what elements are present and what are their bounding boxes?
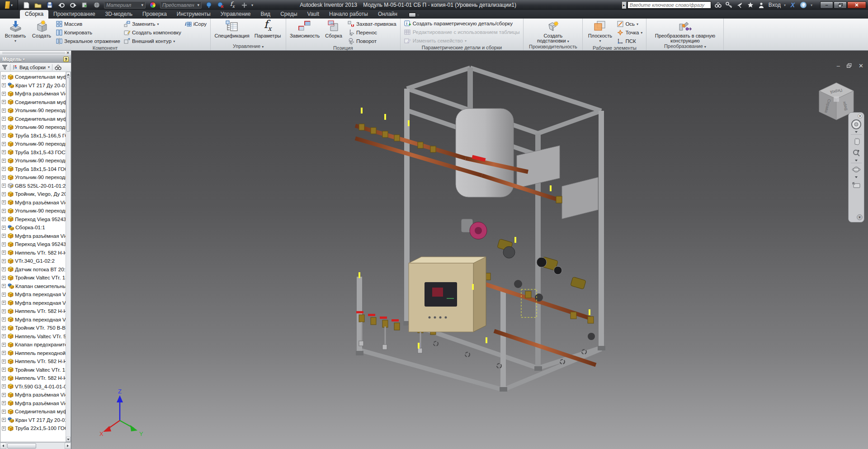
expand-icon[interactable]: + — [2, 267, 6, 271]
tree-item-11[interactable]: +Труба 18х1,5-104 ГОСТ 5 — [0, 165, 66, 174]
color-wheel-button[interactable] — [148, 1, 157, 9]
tree-item-4[interactable]: +Угольник-90 переходной — [0, 106, 66, 115]
tree-item-15[interactable]: +Муфта разъёмная Viega 9 — [0, 199, 66, 207]
undo-button[interactable] — [57, 1, 66, 9]
expand-icon[interactable]: + — [2, 217, 6, 221]
tree-item-13[interactable]: +GBS 525L-20-01-01:2 — [0, 182, 66, 190]
tree-item-25[interactable]: +Клапан смесительный Val — [0, 282, 66, 291]
tree-item-23[interactable]: +Датчик потока ВТ 20:1 — [0, 265, 66, 274]
help-menu-button[interactable]: ▾ — [811, 3, 812, 7]
tree-item-36[interactable]: +Ниппель VTr. 582 Н-Н DN — [0, 374, 66, 383]
tree-item-24[interactable]: +Тройник Valtec VTr. 130 В — [0, 274, 66, 282]
convert-weldment-button[interactable]: Преобразовать в сварную конструкцию — [651, 19, 719, 43]
expand-icon[interactable]: + — [2, 317, 6, 321]
app-menu-button[interactable]: ▾ — [0, 0, 18, 10]
browser-horizontal-scrollbar[interactable] — [0, 442, 71, 449]
document-close-button[interactable]: ✕ — [859, 62, 863, 69]
plane-button[interactable]: Плоскость▾ — [585, 19, 614, 43]
panel-label-component[interactable]: Компонент — [3, 45, 208, 51]
expand-icon[interactable]: + — [2, 384, 6, 388]
point-button[interactable]: Точка ▾ — [616, 28, 643, 37]
expand-icon[interactable]: + — [2, 351, 6, 355]
ucs-button[interactable]: ПСК — [616, 37, 643, 45]
tab-10[interactable]: Онлайн — [373, 10, 402, 19]
tree-item-42[interactable]: +Труба 22х1,5-100 ГОСТ 5 — [0, 424, 66, 433]
expand-icon[interactable]: + — [2, 100, 6, 104]
filter-icon[interactable] — [2, 65, 8, 70]
expand-icon[interactable]: + — [2, 117, 6, 121]
look-at-button[interactable] — [849, 179, 863, 191]
tree-item-20[interactable]: +Переход Viega 95243 28Н — [0, 240, 66, 249]
help-button[interactable]: ? — [800, 1, 807, 9]
document-restore-button[interactable] — [847, 62, 852, 69]
pan-button[interactable] — [849, 135, 863, 147]
copy-button[interactable]: Копировать — [55, 28, 121, 37]
browser-close-icon[interactable]: ✕ — [66, 51, 70, 55]
expand-icon[interactable]: + — [2, 426, 6, 430]
update-button[interactable] — [80, 1, 90, 9]
browser-help-button[interactable]: ? — [63, 57, 69, 62]
expand-icon[interactable]: + — [2, 83, 6, 87]
assemble-button[interactable]: Сборка — [322, 19, 345, 38]
expand-icon[interactable]: + — [2, 75, 6, 79]
tree-item-8[interactable]: +Угольник-90 переходной — [0, 140, 66, 148]
expand-icon[interactable]: + — [2, 92, 6, 96]
tree-item-10[interactable]: +Угольник-90 переходной — [0, 156, 66, 165]
navigation-wheel-button[interactable] — [849, 118, 863, 130]
orbit-button[interactable] — [849, 164, 863, 175]
expand-icon[interactable]: + — [2, 175, 6, 180]
create-ipart-button[interactable]: iСоздать параметрическую деталь/сборку — [403, 19, 514, 28]
tree-item-41[interactable]: +Кран VT 217 Ду 20-01-01 — [0, 416, 66, 425]
expand-icon[interactable]: + — [2, 293, 6, 297]
tree-item-22[interactable]: +VTr.340_G1-02:2 — [0, 257, 66, 265]
tree-item-6[interactable]: +Угольник-90 переходной — [0, 123, 66, 132]
3d-model[interactable] — [355, 68, 605, 392]
expand-icon[interactable]: + — [2, 418, 6, 422]
panel-label-productivity[interactable]: Производительность — [526, 44, 580, 50]
snap-button[interactable]: Захват-привязка — [347, 20, 397, 28]
tree-item-34[interactable]: +Ниппель VTr. 582 Н-Н DN — [0, 357, 66, 366]
tree-item-5[interactable]: +Соединительная муфта V — [0, 115, 66, 123]
tree-item-32[interactable]: +Клапан предохранительн — [0, 340, 66, 349]
browser-grip[interactable]: ✕ — [0, 51, 71, 56]
expand-icon[interactable]: + — [2, 159, 6, 163]
restore-button[interactable] — [834, 1, 847, 9]
minimize-button[interactable]: – — [820, 1, 833, 9]
navbar-menu-button[interactable]: ▾ — [857, 214, 863, 220]
panel-label-work-features[interactable]: Рабочие элементы — [585, 45, 643, 51]
tree-item-14[interactable]: +Тройник, Viego, Ду 20-01 — [0, 190, 66, 199]
shrinkwrap-button[interactable]: Внешний контур▾ — [123, 37, 182, 45]
render-button[interactable] — [92, 1, 101, 9]
qat-customize-button[interactable]: ▾ — [251, 3, 253, 7]
find-icon[interactable] — [55, 65, 61, 70]
scroll-up-button[interactable] — [66, 72, 71, 77]
appearance-select[interactable]: Представлен▾ — [160, 1, 202, 9]
scroll-right-button[interactable] — [65, 443, 71, 449]
tree-item-33[interactable]: +Ниппель переходной VT5 — [0, 349, 66, 358]
chevron-down-icon[interactable]: ▾ — [48, 65, 50, 69]
browser-vertical-scrollbar[interactable] — [66, 72, 71, 442]
tab-2[interactable]: 3D-модель — [100, 10, 138, 19]
document-minimize-button[interactable]: – — [837, 62, 840, 69]
tree-item-21[interactable]: +Ниппель VTr. 582 Н-Н DN — [0, 249, 66, 257]
expand-icon[interactable]: + — [2, 276, 6, 280]
panel-label-iparts[interactable]: Параметрические детали и сборки — [403, 45, 521, 51]
tab-8[interactable]: Vault — [302, 10, 324, 19]
browser-title-bar[interactable]: Модель▾ ? — [0, 56, 71, 63]
open-button[interactable] — [33, 1, 42, 9]
material-select[interactable]: Материал▾ — [104, 1, 146, 9]
expand-icon[interactable]: + — [2, 368, 6, 372]
mirror-button[interactable]: Зеркальное отражение — [55, 37, 121, 45]
expand-icon[interactable]: + — [2, 167, 6, 171]
expand-icon[interactable]: + — [2, 200, 6, 204]
tree-item-38[interactable]: +Муфта разъёмная Viega 9 — [0, 391, 66, 399]
tab-5[interactable]: Управление — [216, 10, 256, 19]
tab-3[interactable]: Проверка — [137, 10, 172, 19]
tree-item-39[interactable]: +Муфта разъёмная Viega 9 — [0, 399, 66, 408]
search-collapse-icon[interactable]: ▸ — [622, 2, 626, 9]
help-search-input[interactable] — [627, 1, 711, 9]
expand-icon[interactable]: + — [2, 376, 6, 380]
expand-icon[interactable]: + — [2, 125, 6, 129]
tab-0[interactable]: Сборка — [20, 10, 48, 19]
move-button[interactable]: Перенос — [347, 28, 397, 37]
